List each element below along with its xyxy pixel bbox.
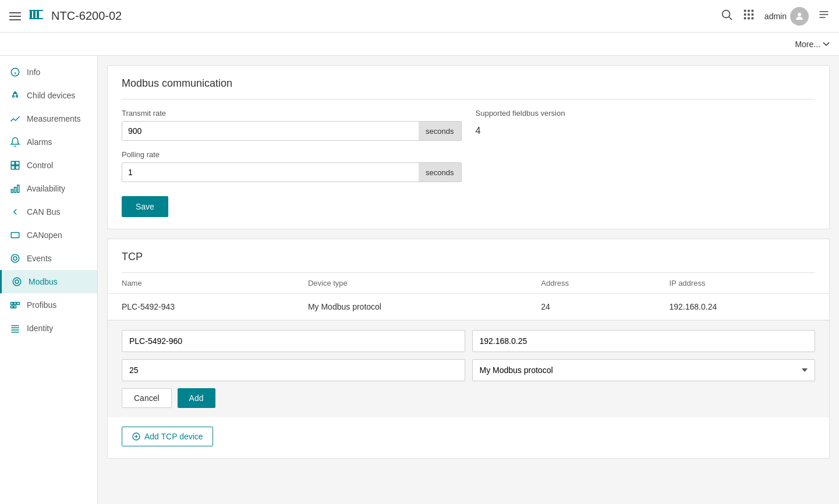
sidebar-label-child-devices: Child devices [27,91,75,100]
sidebar-item-child-devices[interactable]: Child devices [0,84,97,107]
avatar [790,7,809,26]
svg-rect-33 [11,233,19,238]
row-address: 24 [527,294,655,320]
svg-point-35 [11,254,19,262]
sidebar-item-info[interactable]: Info [0,61,97,84]
topbar-left: NTC-6200-02 [9,6,122,26]
sidebar-item-modbus[interactable]: Modbus [0,270,97,293]
row-ip-address: 192.168.0.24 [655,294,829,320]
transmit-rate-label: Transmit rate [122,109,462,118]
sidebar-label-events: Events [27,254,52,263]
svg-rect-2 [37,11,39,18]
cancel-button[interactable]: Cancel [122,388,172,408]
sidebar-label-info: Info [27,68,40,77]
fieldbus-version-label: Supported fieldbus version [476,109,816,118]
search-icon[interactable] [720,8,733,24]
new-device-ip-input[interactable] [472,330,816,352]
sidebar-label-control: Control [27,161,53,170]
add-button[interactable]: Add [178,388,215,408]
sidebar-label-modbus: Modbus [29,277,58,286]
svg-rect-9 [751,10,753,12]
sidebar-item-control[interactable]: Control [0,154,97,177]
sidebar-item-events[interactable]: Events [0,247,97,270]
svg-line-6 [729,17,732,20]
svg-point-16 [798,13,801,16]
col-device-type: Device type [294,273,527,294]
modbus-icon [11,276,23,288]
new-device-protocol-select[interactable]: My Modbus protocol [472,359,816,381]
sidebar-label-can-bus: CAN Bus [27,207,61,216]
polling-rate-suffix: seconds [419,163,461,182]
new-device-address-input[interactable] [122,359,465,381]
svg-rect-38 [17,303,20,305]
fieldbus-version-group: Supported fieldbus version 4 [476,109,816,141]
fieldbus-empty-col [476,150,816,182]
svg-point-23 [13,95,15,97]
topbar-right: admin [720,7,830,26]
transmit-rate-input[interactable] [122,122,419,140]
sidebar-item-availability[interactable]: Availability [0,177,97,200]
sidebar-item-can-bus[interactable]: CAN Bus [0,200,97,223]
device-icon [28,6,44,26]
svg-rect-37 [14,303,16,305]
svg-rect-7 [744,10,746,12]
measurements-icon [9,113,21,125]
svg-point-24 [16,95,18,97]
sidebar-item-alarms[interactable]: Alarms [0,130,97,154]
sidebar: Info Child devices Measurements Alarms C… [0,56,98,504]
sidebar-item-measurements[interactable]: Measurements [0,107,97,130]
svg-rect-12 [751,13,753,16]
can-bus-icon [9,206,21,218]
add-form-row-1 [122,330,815,352]
col-address: Address [527,273,655,294]
transmit-rate-suffix: seconds [419,122,461,140]
secondary-bar: More... [0,33,839,56]
child-devices-icon [9,90,21,101]
polling-rate-group: Polling rate seconds [122,150,462,182]
svg-rect-10 [744,13,746,16]
svg-rect-26 [11,161,15,165]
availability-icon [9,183,21,194]
svg-rect-39 [11,306,13,308]
page-title: NTC-6200-02 [51,9,122,23]
fieldbus-version-value: 4 [476,121,816,141]
more-button[interactable]: More... [795,40,830,49]
apps-icon[interactable] [742,8,755,24]
user-section[interactable]: admin [764,7,809,26]
transmit-rate-group: Transmit rate seconds [122,109,462,141]
svg-rect-4 [29,18,43,19]
add-form-actions: Cancel Add [122,388,815,408]
svg-rect-14 [748,17,750,20]
identity-icon [9,322,21,334]
sidebar-item-profibus[interactable]: Profibus [0,293,97,317]
svg-rect-29 [16,166,19,169]
svg-rect-27 [16,161,19,165]
svg-point-34 [13,257,17,260]
menu-icon[interactable] [9,12,21,20]
profibus-icon [9,299,21,311]
divider-1 [122,99,815,100]
new-device-name-input[interactable] [122,330,465,352]
add-tcp-label: Add TCP device [144,432,203,441]
tcp-table-body: PLC-5492-943 My Modbus protocol 24 192.1… [108,294,829,320]
sidebar-label-identity: Identity [27,324,53,333]
svg-rect-0 [30,11,32,18]
col-ip-address: IP address [655,273,829,294]
svg-rect-28 [11,166,15,169]
save-button[interactable]: Save [122,196,168,217]
list-icon[interactable] [818,9,830,23]
add-tcp-device-button[interactable]: Add TCP device [122,427,213,446]
polling-rate-input-wrapper: seconds [122,162,462,182]
sidebar-label-alarms: Alarms [27,137,52,147]
polling-rate-input[interactable] [122,163,419,182]
sidebar-item-identity[interactable]: Identity [0,317,97,340]
transmit-rate-input-wrapper: seconds [122,121,462,141]
sidebar-item-canopen[interactable]: CANopen [0,223,97,247]
alarms-icon [9,136,21,148]
sidebar-label-availability: Availability [27,184,65,193]
info-icon [9,66,21,78]
modbus-comm-section: Modbus communication Transmit rate secon… [107,65,830,229]
add-device-form: My Modbus protocol Cancel Add [108,320,829,417]
content-area: Modbus communication Transmit rate secon… [98,56,839,504]
svg-point-5 [723,10,730,18]
